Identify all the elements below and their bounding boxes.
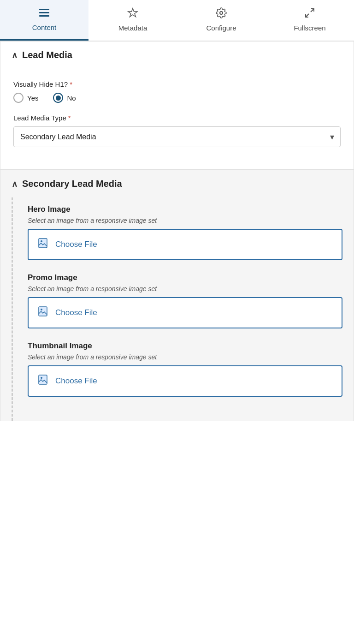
radio-yes-label: Yes (27, 94, 38, 102)
svg-rect-1 (39, 12, 49, 13)
tab-fullscreen[interactable]: Fullscreen (266, 0, 354, 41)
lead-media-type-label: Lead Media Type* (13, 114, 341, 122)
tab-metadata[interactable]: Metadata (88, 0, 177, 41)
promo-file-icon (38, 305, 50, 320)
tab-metadata-label: Metadata (118, 24, 148, 32)
svg-line-5 (306, 14, 309, 17)
tab-configure-label: Configure (206, 24, 236, 32)
svg-rect-2 (39, 15, 49, 17)
lead-media-collapse-icon: ∧ (12, 50, 18, 60)
secondary-lead-media-section: ∧ Secondary Lead Media Hero Image Select… (0, 170, 354, 421)
tab-fullscreen-label: Fullscreen (294, 24, 325, 32)
secondary-lead-media-title: Secondary Lead Media (22, 179, 122, 189)
radio-no-label: No (67, 94, 76, 102)
svg-point-7 (41, 240, 42, 242)
thumbnail-image-choose-file-label: Choose File (55, 376, 97, 386)
svg-point-3 (220, 12, 223, 14)
main-content: ∧ Lead Media Visually Hide H1?* Yes (0, 41, 354, 421)
lead-media-section-body: Visually Hide H1?* Yes No (0, 69, 354, 169)
thumbnail-image-title: Thumbnail Image (28, 341, 342, 351)
lead-media-title: Lead Media (22, 50, 72, 60)
secondary-lead-media-body: Hero Image Select an image from a respon… (12, 197, 354, 421)
svg-rect-6 (39, 239, 47, 248)
thumbnail-file-icon (38, 374, 50, 388)
thumbnail-image-choose-file-button[interactable]: Choose File (28, 365, 342, 397)
promo-image-choose-file-label: Choose File (55, 308, 97, 317)
radio-no[interactable]: No (53, 93, 76, 103)
promo-image-subtitle: Select an image from a responsive image … (28, 285, 342, 292)
svg-rect-8 (39, 307, 47, 316)
visually-hide-h1-radio-group: Yes No (13, 93, 341, 103)
svg-point-11 (41, 377, 42, 379)
metadata-icon (127, 7, 138, 21)
svg-point-9 (41, 309, 42, 310)
thumbnail-image-field: Thumbnail Image Select an image from a r… (28, 341, 342, 397)
hero-image-title: Hero Image (28, 205, 342, 214)
promo-image-field: Promo Image Select an image from a respo… (28, 273, 342, 328)
required-star-type: * (68, 114, 71, 122)
radio-no-circle (53, 93, 63, 103)
svg-rect-0 (39, 9, 49, 10)
lead-media-type-field: Lead Media Type* Secondary Lead Media Pr… (13, 114, 341, 147)
hero-image-field: Hero Image Select an image from a respon… (28, 205, 342, 260)
radio-yes-circle (13, 93, 24, 103)
configure-icon (216, 7, 227, 21)
tab-content[interactable]: Content (0, 0, 88, 41)
thumbnail-image-subtitle: Select an image from a responsive image … (28, 353, 342, 361)
hero-file-icon (38, 237, 50, 252)
hero-image-choose-file-label: Choose File (55, 240, 97, 249)
fullscreen-icon (304, 7, 315, 21)
tab-configure[interactable]: Configure (177, 0, 266, 41)
hero-image-choose-file-button[interactable]: Choose File (28, 229, 342, 260)
lead-media-type-select[interactable]: Secondary Lead Media Primary Lead Media … (13, 126, 341, 147)
lead-media-type-select-wrapper: Secondary Lead Media Primary Lead Media … (13, 126, 341, 147)
promo-image-choose-file-button[interactable]: Choose File (28, 297, 342, 328)
content-icon (39, 8, 50, 21)
promo-image-title: Promo Image (28, 273, 342, 282)
svg-rect-10 (39, 375, 47, 384)
lead-media-section-header[interactable]: ∧ Lead Media (0, 42, 354, 69)
svg-line-4 (311, 9, 314, 12)
hero-image-subtitle: Select an image from a responsive image … (28, 217, 342, 224)
visually-hide-h1-label: Visually Hide H1?* (13, 80, 341, 88)
visually-hide-h1-field: Visually Hide H1?* Yes No (13, 80, 341, 103)
secondary-collapse-icon: ∧ (12, 179, 18, 189)
lead-media-section: ∧ Lead Media Visually Hide H1?* Yes (0, 41, 354, 170)
radio-yes[interactable]: Yes (13, 93, 38, 103)
secondary-lead-media-header[interactable]: ∧ Secondary Lead Media (0, 170, 354, 197)
tab-content-label: Content (32, 24, 57, 31)
radio-no-dot (56, 95, 61, 101)
required-star-h1: * (70, 80, 72, 88)
tab-bar: Content Metadata Configure Fullscre (0, 0, 354, 41)
